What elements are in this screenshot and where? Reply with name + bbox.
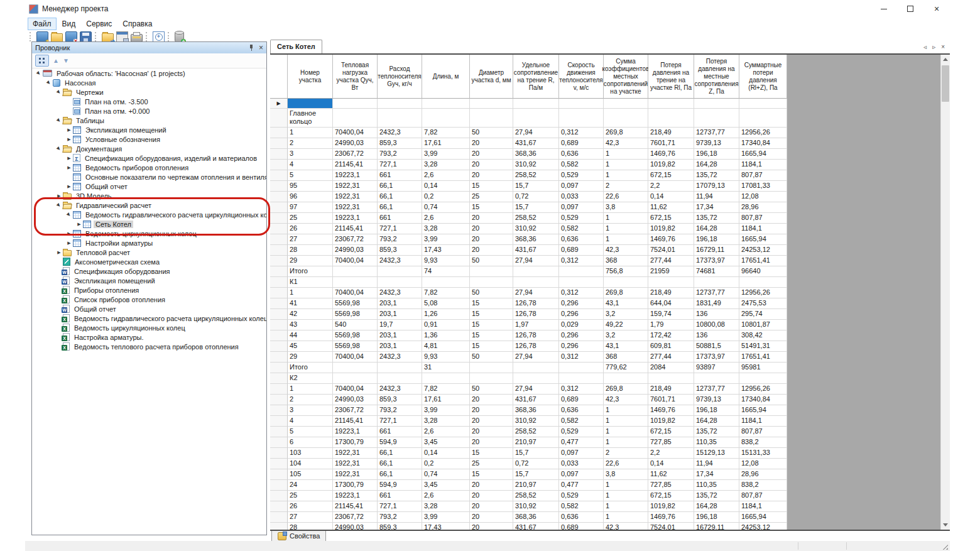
tab-properties[interactable]: Свойства	[271, 531, 326, 542]
table-cell[interactable]: 203,1	[378, 341, 422, 352]
table-cell[interactable]: 19223,1	[333, 427, 378, 437]
table-cell[interactable]: 2084	[648, 363, 694, 373]
table-cell[interactable]: 15,7	[513, 202, 559, 213]
table-cell[interactable]: 1	[288, 384, 333, 395]
menu-item[interactable]: Сервис	[81, 18, 117, 30]
tree-item[interactable]: ▶Гидравлический расчет	[32, 200, 266, 210]
table-cell[interactable]	[559, 99, 604, 109]
table-cell[interactable]: 203,1	[378, 298, 422, 309]
table-cell[interactable]: 21145,41	[333, 224, 378, 234]
table-cell[interactable]	[333, 266, 378, 277]
table-cell[interactable]: 727,1	[378, 160, 422, 170]
table-cell[interactable]: 0,097	[559, 469, 604, 480]
table-cell[interactable]: 0,477	[559, 480, 604, 491]
table-cell[interactable]: 594,9	[378, 480, 422, 491]
expand-icon[interactable]: ▶	[66, 128, 72, 132]
tree-item[interactable]: Список приборов отопления	[32, 295, 266, 304]
table-cell[interactable]	[513, 99, 559, 109]
table-cell[interactable]: 11,94	[694, 459, 739, 469]
table-cell[interactable]: 50	[470, 256, 513, 266]
table-cell[interactable]: 9739,13	[694, 395, 739, 405]
expand-icon[interactable]: ▶	[66, 137, 72, 141]
tree-item[interactable]: ▶Документация	[32, 144, 266, 153]
table-cell[interactable]: 20	[470, 160, 513, 170]
table-cell[interactable]: 1	[604, 224, 648, 234]
tree-item[interactable]: Ведомость теплового расчета приборов ото…	[32, 342, 266, 351]
table-cell[interactable]: 1184,1	[739, 501, 787, 512]
table-cell[interactable]: 1019,82	[648, 416, 694, 427]
table-cell[interactable]: 258,52	[513, 491, 559, 501]
table-cell[interactable]: 196,18	[694, 234, 739, 245]
table-cell[interactable]: 11,62	[648, 202, 694, 213]
table-cell[interactable]	[739, 99, 787, 109]
table-cell[interactable]: 727,1	[378, 224, 422, 234]
table-cell[interactable]: 3,45	[422, 480, 470, 491]
row-header-cell[interactable]	[270, 384, 288, 395]
table-cell[interactable]: 6	[288, 437, 333, 448]
table-cell[interactable]: 1	[288, 128, 333, 138]
tab-scroll-right-icon[interactable]: ▹	[932, 43, 935, 50]
categorize-icon[interactable]	[35, 55, 49, 67]
table-cell[interactable]: 95	[288, 181, 333, 192]
table-cell[interactable]: 672,15	[648, 491, 694, 501]
table-cell[interactable]: 164,28	[694, 501, 739, 512]
tree-item[interactable]: ▶Ведомость приборов отопления	[32, 163, 266, 172]
table-cell[interactable]: 21959	[648, 266, 694, 277]
table-cell[interactable]: 27,94	[513, 288, 559, 298]
new-project-icon[interactable]	[36, 31, 48, 43]
collapse-icon[interactable]: ▶	[55, 88, 63, 95]
tree-item[interactable]: ▶Настройки арматуры	[32, 238, 266, 248]
table-cell[interactable]: 3,8	[604, 469, 648, 480]
table-cell[interactable]	[694, 277, 739, 288]
table-cell[interactable]: 2475,53	[739, 298, 787, 309]
table-cell[interactable]	[604, 99, 648, 109]
column-header[interactable]: Потеря давления на трение на участке Rl,…	[648, 55, 694, 99]
table-cell[interactable]	[470, 277, 513, 288]
table-cell[interactable]: 27,94	[513, 352, 559, 363]
table-cell[interactable]	[604, 373, 648, 384]
table-cell[interactable]: 15,7	[513, 469, 559, 480]
table-cell[interactable]: 1	[604, 480, 648, 491]
table-cell[interactable]: 0,582	[559, 224, 604, 234]
table-cell[interactable]: 196,18	[694, 405, 739, 416]
table-cell[interactable]: 2,6	[422, 213, 470, 224]
scrollbar-thumb[interactable]	[942, 65, 949, 102]
table-cell[interactable]: 0,296	[559, 330, 604, 341]
table-cell[interactable]	[288, 99, 333, 109]
table-cell[interactable]: 17079,13	[694, 181, 739, 192]
table-cell[interactable]: 5	[288, 427, 333, 437]
table-cell[interactable]: 28	[288, 245, 333, 256]
table-cell[interactable]: 66,1	[378, 459, 422, 469]
table-cell[interactable]: 24990,03	[333, 245, 378, 256]
table-cell[interactable]: 66,1	[378, 448, 422, 459]
tree-item[interactable]: План на отм. +0.000	[32, 106, 266, 116]
table-cell[interactable]: 15129,13	[694, 448, 739, 459]
table-cell[interactable]: 26	[288, 501, 333, 512]
table-cell[interactable]: 24253,12	[739, 245, 787, 256]
table-cell[interactable]	[513, 373, 559, 384]
table-cell[interactable]: 16729,11	[694, 245, 739, 256]
row-header-cell[interactable]	[270, 373, 288, 384]
table-cell[interactable]: 0,296	[559, 341, 604, 352]
table-cell[interactable]	[604, 109, 648, 128]
table-cell[interactable]: 2,2	[648, 448, 694, 459]
table-cell[interactable]: 779,62	[604, 363, 648, 373]
table-cell[interactable]: 3,2	[604, 309, 648, 320]
menu-item[interactable]: Файл	[28, 18, 57, 30]
table-cell[interactable]: 727,85	[648, 480, 694, 491]
table-cell[interactable]: 5569,98	[333, 309, 378, 320]
table-cell[interactable]: 0,689	[559, 245, 604, 256]
table-cell[interactable]: 210,97	[513, 480, 559, 491]
table-cell[interactable]: 126,78	[513, 309, 559, 320]
table-cell[interactable]: 0,74	[422, 469, 470, 480]
table-cell[interactable]: 1469,76	[648, 512, 694, 523]
row-header-cell[interactable]	[270, 469, 288, 480]
table-cell[interactable]: 431,67	[513, 138, 559, 149]
column-header[interactable]: Сумма коэффициентов местных сопротивлени…	[604, 55, 648, 99]
table-cell[interactable]: 0,636	[559, 149, 604, 160]
row-header-cell[interactable]	[270, 298, 288, 309]
table-cell[interactable]: 0,91	[422, 320, 470, 330]
row-header-cell[interactable]	[270, 309, 288, 320]
table-cell[interactable]: 19223,1	[333, 491, 378, 501]
table-cell[interactable]: 807,87	[739, 491, 787, 501]
